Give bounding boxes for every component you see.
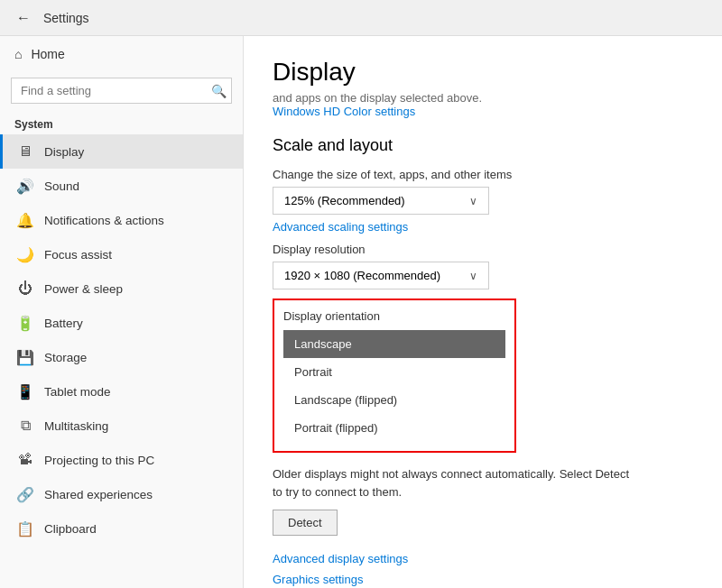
resolution-dropdown[interactable]: 1920 × 1080 (Recommended) ∨: [273, 262, 489, 289]
graphics-link[interactable]: Graphics settings: [273, 573, 693, 586]
sidebar-home[interactable]: ⌂ Home: [0, 36, 243, 72]
sidebar-item-label: Focus assist: [44, 248, 112, 262]
home-label: Home: [31, 47, 64, 61]
resolution-chevron: ∨: [469, 270, 477, 282]
sidebar-item-label: Tablet mode: [44, 385, 111, 399]
detect-button[interactable]: Detect: [273, 510, 338, 536]
hd-color-link[interactable]: Windows HD Color settings: [273, 105, 693, 118]
notifications-icon: 🔔: [17, 212, 33, 228]
sidebar-item-label: Power & sleep: [44, 282, 123, 296]
sidebar-item-label: Display: [44, 145, 84, 159]
sidebar-item-label: Notifications & actions: [44, 214, 164, 227]
titlebar: ← Settings: [0, 0, 722, 36]
orientation-option-portrait[interactable]: Portrait: [283, 358, 505, 386]
search-icon[interactable]: 🔍: [211, 84, 227, 98]
power-icon: ⏻: [17, 280, 33, 297]
scale-chevron: ∨: [469, 195, 477, 207]
page-subtitle: and apps on the display selected above.: [273, 91, 482, 105]
search-box: 🔍: [11, 78, 232, 104]
sidebar-item-projecting[interactable]: 📽 Projecting to this PC: [0, 443, 243, 477]
projecting-icon: 📽: [17, 452, 33, 468]
sidebar-item-display[interactable]: 🖥 Display: [0, 134, 243, 169]
sidebar-item-power[interactable]: ⏻ Power & sleep: [0, 271, 243, 306]
back-button[interactable]: ←: [11, 8, 36, 28]
scale-dropdown[interactable]: 125% (Recommended) ∨: [273, 187, 489, 215]
scale-label: Change the size of text, apps, and other…: [273, 168, 693, 181]
sidebar-item-label: Projecting to this PC: [44, 454, 154, 467]
orientation-option-landscape[interactable]: Landscape: [283, 330, 505, 358]
sidebar-item-battery[interactable]: 🔋 Battery: [0, 306, 243, 340]
sidebar-item-focus[interactable]: 🌙 Focus assist: [0, 237, 243, 271]
sidebar-item-label: Clipboard: [44, 522, 97, 536]
orientation-option-landscape-flipped[interactable]: Landscape (flipped): [283, 386, 505, 414]
detect-note: Older displays might not always connect …: [273, 465, 634, 501]
display-icon: 🖥: [17, 143, 33, 160]
advanced-scaling-link[interactable]: Advanced scaling settings: [273, 220, 693, 234]
sidebar-item-label: Battery: [44, 317, 83, 330]
resolution-value: 1920 × 1080 (Recommended): [284, 269, 440, 282]
sound-icon: 🔊: [17, 178, 33, 194]
titlebar-title: Settings: [43, 11, 89, 25]
clipboard-icon: 📋: [17, 520, 33, 537]
tablet-icon: 📱: [17, 383, 33, 400]
sidebar-item-label: Multitasking: [44, 419, 108, 433]
sidebar-item-tablet[interactable]: 📱 Tablet mode: [0, 374, 243, 409]
sidebar-item-clipboard[interactable]: 📋 Clipboard: [0, 511, 243, 546]
sidebar-item-sound[interactable]: 🔊 Sound: [0, 169, 243, 203]
home-icon: ⌂: [14, 47, 22, 61]
multitasking-icon: ⧉: [17, 418, 33, 434]
sidebar-item-storage[interactable]: 💾 Storage: [0, 340, 243, 374]
orientation-option-portrait-flipped[interactable]: Portrait (flipped): [283, 414, 505, 442]
advanced-display-link[interactable]: Advanced display settings: [273, 552, 693, 565]
orientation-section: Display orientation Landscape Portrait L…: [273, 299, 516, 453]
content-area: Display and apps on the display selected…: [244, 36, 722, 588]
page-title: Display: [273, 58, 693, 87]
sidebar-item-multitasking[interactable]: ⧉ Multitasking: [0, 409, 243, 443]
sidebar-item-notifications[interactable]: 🔔 Notifications & actions: [0, 203, 243, 237]
orientation-label: Display orientation: [283, 309, 505, 323]
sidebar-item-label: Sound: [44, 179, 79, 193]
shared-icon: 🔗: [17, 486, 33, 502]
scale-section-title: Scale and layout: [273, 136, 693, 155]
sidebar: ⌂ Home 🔍 System 🖥 Display 🔊 Sound 🔔 Noti…: [0, 36, 244, 588]
scale-value: 125% (Recommended): [284, 194, 405, 207]
sidebar-item-label: Storage: [44, 351, 87, 364]
resolution-label: Display resolution: [273, 243, 693, 256]
sidebar-item-label: Shared experiences: [44, 488, 153, 501]
search-input[interactable]: [11, 78, 232, 104]
storage-icon: 💾: [17, 349, 33, 365]
sidebar-section-title: System: [0, 113, 243, 134]
main-container: ⌂ Home 🔍 System 🖥 Display 🔊 Sound 🔔 Noti…: [0, 36, 722, 588]
focus-icon: 🌙: [17, 246, 33, 262]
battery-icon: 🔋: [17, 315, 33, 331]
sidebar-item-shared[interactable]: 🔗 Shared experiences: [0, 477, 243, 511]
